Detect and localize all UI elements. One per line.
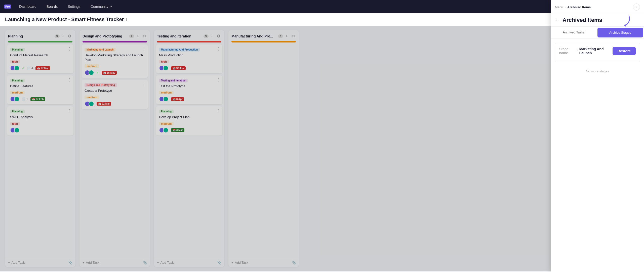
breadcrumb-separator: • <box>565 5 566 9</box>
page-header: Launching a New Product - Smart Fitness … <box>0 13 644 26</box>
column-header-planning: Planning 3 + ⚙ <box>5 30 75 41</box>
column-count: 3 <box>204 34 209 38</box>
card-more-btn[interactable]: ⋮ <box>142 82 146 87</box>
column-add-btn[interactable]: + <box>285 33 289 39</box>
column-count: 0 <box>278 34 283 38</box>
attachment-icon: 📎 <box>292 261 296 264</box>
column-planning: Planning 3 + ⚙ ⋮ Planning Conduct Market… <box>5 30 75 267</box>
card-more-btn[interactable]: ⋮ <box>142 47 146 51</box>
stage-name-label: Stage name <box>559 47 575 55</box>
card-priority: high <box>10 122 20 125</box>
card-more-btn[interactable]: ⋮ <box>67 47 71 51</box>
card-avatars <box>85 101 94 107</box>
info-icon[interactable]: ℹ <box>126 18 127 22</box>
card-avatars <box>10 65 20 71</box>
add-task-btn-manufacturing[interactable]: + Add Task 📎 <box>228 258 299 267</box>
avatar <box>163 127 169 133</box>
nav-boards[interactable]: Boards <box>45 4 60 10</box>
stage-name-value: Marketing And Launch <box>579 47 611 55</box>
card-date-badge: 📅 8 Apr <box>171 97 184 101</box>
column-header-design: Design and Prototyping 2 + ⚙ <box>79 30 150 41</box>
card-tag: Planning <box>10 79 25 82</box>
sidebar-breadcrumb: Menu • Archived Items × <box>551 0 644 13</box>
card-more-btn[interactable]: ⋮ <box>67 77 71 82</box>
logo: Pro <box>4 5 11 9</box>
card: ⋮ Testing and Iteration Test the Prototy… <box>156 75 222 104</box>
sidebar-back-button[interactable]: ← <box>555 17 560 23</box>
card: ⋮ Design and Prototyping Create a Protot… <box>82 80 148 109</box>
card-tag: Manufacturing And Production <box>159 48 200 52</box>
cards-list-design: ⋮ Marketing And Launch Develop Marketing… <box>79 44 150 257</box>
sidebar-close-button[interactable]: × <box>633 4 640 11</box>
column-add-btn[interactable]: + <box>61 33 65 39</box>
add-task-label: Add Task <box>86 261 99 264</box>
column-title: Manufacturing And Pro... <box>231 34 276 38</box>
card: ⋮ Planning Define Features medium 📄1 📅 2… <box>7 75 73 104</box>
card-stat: 📄4 <box>27 67 33 70</box>
card-priority: medium <box>10 91 25 94</box>
column-color-bar <box>8 41 72 42</box>
nav-settings[interactable]: Settings <box>66 4 83 10</box>
avatar <box>14 65 20 71</box>
board-area: Planning 3 + ⚙ ⋮ Planning Conduct Market… <box>0 26 644 271</box>
card-more-btn[interactable]: ⋮ <box>216 108 220 113</box>
add-task-label: Add Task <box>235 261 248 264</box>
tab-archived-tasks[interactable]: Archived Tasks <box>551 27 596 38</box>
card-title: Develop Project Plan <box>159 115 219 119</box>
avatar <box>89 101 94 107</box>
nav-dashboard[interactable]: Dashboard <box>17 4 38 10</box>
card-more-btn[interactable]: ⋮ <box>67 108 71 113</box>
cards-list-testing: ⋮ Manufacturing And Production Mass Prod… <box>154 44 224 257</box>
card-avatars <box>10 96 20 102</box>
card: ⋮ Marketing And Launch Develop Marketing… <box>82 44 148 78</box>
add-task-btn-testing[interactable]: + Add Task 📎 <box>154 258 224 267</box>
card-date-badge: 📅 27 Mar <box>35 66 50 70</box>
card-title: SWOT Analysis <box>10 115 70 119</box>
logo-box: Pro <box>4 5 11 9</box>
column-settings-btn[interactable]: ⚙ <box>141 33 147 39</box>
card-date-badge: 📅 3 Mar <box>171 128 184 132</box>
card: ⋮ Planning Develop Project Plan medium 📅… <box>156 106 222 135</box>
card-meta: 📅 8 Apr <box>159 96 219 102</box>
column-add-btn[interactable]: + <box>136 33 140 39</box>
column-settings-btn[interactable]: ⚙ <box>216 33 221 39</box>
card-avatars <box>85 70 94 75</box>
column-settings-btn[interactable]: ⚙ <box>67 33 72 39</box>
card: ⋮ Planning SWOT Analysis high <box>7 106 73 135</box>
top-nav: Pro Dashboard Boards Settings Community … <box>0 0 644 13</box>
column-title: Planning <box>8 34 53 38</box>
check-icon: ✔ <box>97 71 99 74</box>
nav-community[interactable]: Community ↗ <box>89 4 114 10</box>
external-link-icon: ↗ <box>109 5 112 9</box>
attachment-icon: 📎 <box>143 261 147 264</box>
column-color-bar <box>83 41 147 42</box>
card-title: Mass Production <box>159 53 219 58</box>
card-priority: high <box>159 60 169 63</box>
plus-icon: + <box>157 261 159 264</box>
column-count: 2 <box>129 34 134 38</box>
card-tag: Marketing And Launch <box>85 48 115 52</box>
card-avatars <box>10 127 20 133</box>
sidebar-content: Stage name : Marketing And Launch Restor… <box>551 39 644 271</box>
add-task-label: Add Task <box>160 261 174 264</box>
card-more-btn[interactable]: ⋮ <box>216 47 220 51</box>
card-date-badge: 📅 30 Apr <box>171 66 186 70</box>
column-settings-btn[interactable]: ⚙ <box>290 33 296 39</box>
card-date-badge: 📅 22 Mar <box>97 102 111 106</box>
column-design: Design and Prototyping 2 + ⚙ ⋮ Marketing… <box>79 30 150 267</box>
card-more-btn[interactable]: ⋮ <box>216 77 220 82</box>
avatar <box>14 127 20 133</box>
avatar <box>163 65 169 71</box>
stage-name-sep: : <box>577 49 578 53</box>
avatar <box>163 96 169 102</box>
card-meta <box>10 127 70 133</box>
file-icon: 📄 <box>22 98 26 101</box>
column-add-btn[interactable]: + <box>210 33 214 39</box>
restore-button[interactable]: Restore <box>613 47 636 55</box>
stage-card: Stage name : Marketing And Launch Restor… <box>555 43 640 62</box>
add-task-btn-planning[interactable]: + Add Task 📎 <box>5 258 75 267</box>
breadcrumb-menu[interactable]: Menu <box>555 5 563 9</box>
cards-list-planning: ⋮ Planning Conduct Market Research high … <box>5 44 75 257</box>
card-title: Test the Prototype <box>159 84 219 88</box>
add-task-btn-design[interactable]: + Add Task 📎 <box>79 258 150 267</box>
